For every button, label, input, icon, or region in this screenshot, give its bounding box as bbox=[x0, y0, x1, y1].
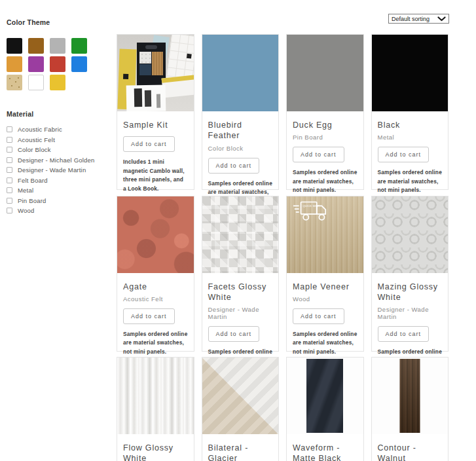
material-option-6[interactable]: Metal bbox=[7, 185, 113, 196]
product-image[interactable] bbox=[372, 196, 449, 273]
add-to-cart-button[interactable]: Add to cart bbox=[378, 326, 430, 342]
color-swatch-gray[interactable] bbox=[50, 38, 65, 54]
material-option-7[interactable]: Pin Board bbox=[7, 196, 113, 206]
product-card: Sample KitAdd to cartIncludes 1 mini mag… bbox=[117, 34, 194, 190]
product-card: Waveform - Matte BlackAdd to cartSamples… bbox=[286, 357, 364, 461]
material-option-1[interactable]: Acoustic Felt bbox=[7, 135, 113, 145]
add-to-cart-button[interactable]: Add to cart bbox=[293, 147, 344, 162]
product-card: Duck EggPin BoardAdd to cartSamples orde… bbox=[286, 34, 364, 190]
color-swatch-purple[interactable] bbox=[28, 56, 44, 72]
product-card: AgateAcoustic FeltAdd to cartSamples ord… bbox=[117, 196, 194, 352]
product-info: AgateAcoustic FeltAdd to cartSamples ord… bbox=[117, 273, 194, 357]
checkbox-icon[interactable] bbox=[7, 147, 12, 153]
checkbox-icon[interactable] bbox=[7, 198, 12, 204]
add-to-cart-button[interactable]: Add to cart bbox=[208, 326, 260, 342]
material-option-3[interactable]: Designer - Michael Golden bbox=[7, 155, 113, 166]
color-swatch-red[interactable] bbox=[50, 56, 65, 72]
product-title[interactable]: Waveform - Matte Black bbox=[293, 443, 357, 461]
product-card: Flow Glossy WhiteDesigner - Wade MartinA… bbox=[117, 357, 194, 461]
product-title[interactable]: Black bbox=[378, 120, 443, 130]
material-option-2[interactable]: Color Block bbox=[7, 145, 113, 155]
product-title[interactable]: Sample Kit bbox=[123, 120, 188, 130]
panel-slab-image bbox=[399, 359, 420, 433]
product-image[interactable] bbox=[202, 196, 279, 273]
material-option-label: Designer - Wade Martin bbox=[18, 166, 86, 174]
product-title[interactable]: Contour - Walnut bbox=[378, 443, 443, 461]
color-swatch-black[interactable] bbox=[7, 38, 22, 54]
color-swatch-yellow[interactable] bbox=[50, 75, 65, 90]
product-image[interactable] bbox=[117, 358, 194, 434]
checkbox-icon[interactable] bbox=[7, 157, 12, 163]
product-title[interactable]: Mazing Glossy White bbox=[378, 282, 443, 303]
color-swatch-grid bbox=[7, 38, 113, 90]
product-category: Color Block bbox=[208, 145, 273, 152]
add-to-cart-button[interactable]: Add to cart bbox=[123, 308, 175, 324]
product-description: Samples ordered online are material swat… bbox=[293, 330, 357, 356]
add-to-cart-button[interactable]: Add to cart bbox=[123, 136, 175, 152]
product-image[interactable] bbox=[372, 358, 449, 434]
material-option-0[interactable]: Acoustic Fabric bbox=[7, 124, 113, 135]
product-grid: Sample KitAdd to cartIncludes 1 mini mag… bbox=[117, 34, 449, 461]
product-title[interactable]: Maple Veneer bbox=[293, 282, 357, 292]
checkbox-icon[interactable] bbox=[7, 137, 12, 143]
kit-photo-part bbox=[126, 84, 166, 111]
product-info: Contour - WalnutDesigner - Michael Golde… bbox=[372, 434, 449, 461]
material-option-8[interactable]: Wood bbox=[7, 206, 113, 216]
product-image[interactable] bbox=[117, 35, 194, 111]
material-option-label: Felt Board bbox=[18, 177, 48, 184]
checkbox-icon[interactable] bbox=[7, 187, 12, 193]
sort-dropdown[interactable]: Default sorting bbox=[388, 14, 449, 24]
color-swatch-green[interactable] bbox=[71, 38, 87, 54]
product-title[interactable]: Facets Glossy White bbox=[208, 282, 273, 303]
product-image[interactable]: QUICK SHIP bbox=[287, 196, 363, 273]
checkbox-icon[interactable] bbox=[7, 208, 12, 213]
kit-photo-part bbox=[139, 52, 151, 64]
product-image[interactable] bbox=[287, 35, 363, 111]
material-heading: Material bbox=[7, 110, 113, 118]
color-swatch-orange[interactable] bbox=[7, 56, 22, 72]
kit-photo-part bbox=[139, 64, 151, 75]
product-info: Bilateral - GlacierDesigner - Michael Go… bbox=[202, 434, 279, 461]
product-category: Acoustic Felt bbox=[123, 295, 188, 303]
material-option-label: Color Block bbox=[18, 146, 51, 153]
add-to-cart-button[interactable]: Add to cart bbox=[208, 158, 260, 174]
product-title[interactable]: Bluebird Feather bbox=[208, 120, 273, 141]
product-image[interactable] bbox=[287, 358, 363, 434]
color-swatch-blue[interactable] bbox=[71, 56, 87, 72]
material-filter-list: Acoustic FabricAcoustic FeltColor BlockD… bbox=[7, 124, 113, 216]
color-theme-heading: Color Theme bbox=[7, 18, 113, 26]
product-info: Flow Glossy WhiteDesigner - Wade MartinA… bbox=[117, 434, 194, 461]
product-description: Samples ordered online are material swat… bbox=[123, 330, 188, 356]
product-image[interactable] bbox=[202, 358, 279, 434]
color-swatch-white[interactable] bbox=[28, 75, 44, 90]
product-category: Designer - Wade Martin bbox=[208, 306, 273, 320]
product-info: Waveform - Matte BlackAdd to cartSamples… bbox=[287, 434, 363, 461]
material-option-5[interactable]: Felt Board bbox=[7, 175, 113, 186]
panel-slab-image bbox=[306, 359, 343, 433]
product-card: QUICK SHIPMaple VeneerWoodAdd to cartSam… bbox=[286, 196, 364, 352]
checkbox-icon[interactable] bbox=[7, 167, 12, 173]
checkbox-icon[interactable] bbox=[7, 177, 12, 183]
product-card: Facets Glossy WhiteDesigner - Wade Marti… bbox=[202, 196, 280, 352]
product-category: Pin Board bbox=[293, 134, 357, 141]
product-title[interactable]: Duck Egg bbox=[293, 120, 357, 130]
product-image[interactable] bbox=[202, 35, 279, 111]
product-title[interactable]: Bilateral - Glacier bbox=[208, 443, 273, 461]
add-to-cart-button[interactable]: Add to cart bbox=[378, 147, 430, 162]
material-option-label: Metal bbox=[18, 187, 33, 194]
product-info: Bluebird FeatherColor BlockAdd to cartSa… bbox=[202, 111, 279, 206]
svg-text:QUICK SHIP: QUICK SHIP bbox=[302, 204, 319, 207]
color-swatch-brown[interactable] bbox=[28, 38, 44, 54]
color-swatch-tan[interactable] bbox=[7, 75, 22, 90]
product-info: Duck EggPin BoardAdd to cartSamples orde… bbox=[287, 111, 363, 195]
product-image[interactable] bbox=[117, 196, 194, 273]
product-title[interactable]: Flow Glossy White bbox=[123, 443, 188, 461]
product-card: Contour - WalnutDesigner - Michael Golde… bbox=[371, 357, 449, 461]
product-image[interactable] bbox=[372, 35, 449, 111]
product-card: BlackMetalAdd to cartSamples ordered onl… bbox=[371, 34, 449, 190]
checkbox-icon[interactable] bbox=[7, 126, 12, 132]
add-to-cart-button[interactable]: Add to cart bbox=[293, 308, 344, 324]
product-description: Includes 1 mini magnetic Camblo wall, th… bbox=[123, 158, 188, 193]
material-option-4[interactable]: Designer - Wade Martin bbox=[7, 165, 113, 175]
product-title[interactable]: Agate bbox=[123, 282, 188, 292]
